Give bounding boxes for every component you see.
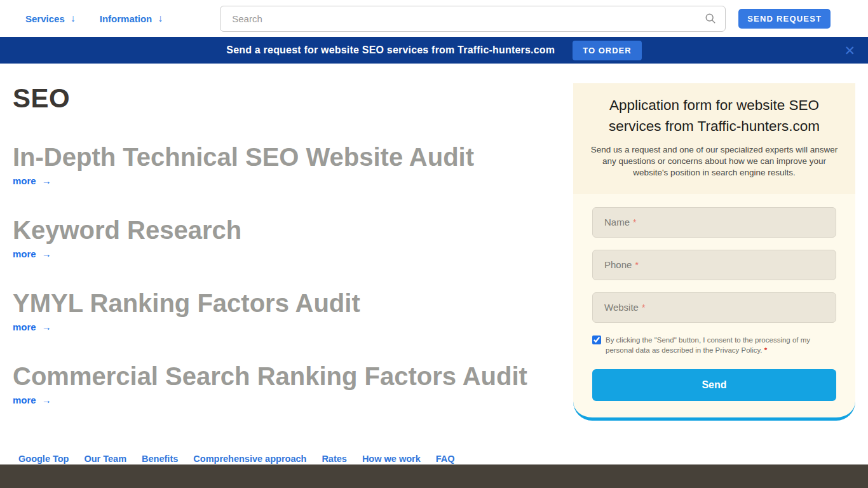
footer-bar <box>0 464 868 488</box>
service-section-technical-audit: In-Depth Technical SEO Website Audit mor… <box>13 143 573 187</box>
promo-banner: Send a request for website SEO services … <box>0 37 868 64</box>
consent-checkbox[interactable] <box>592 336 601 344</box>
bottom-link-benefits[interactable]: Benefits <box>142 454 178 464</box>
phone-field-label: Phone <box>604 259 632 270</box>
bottom-link-how-we-work[interactable]: How we work <box>362 454 421 464</box>
required-asterisk: * <box>764 346 767 354</box>
name-input[interactable]: Name * <box>592 207 836 238</box>
more-link[interactable]: more → <box>13 395 51 405</box>
required-asterisk: * <box>633 217 636 227</box>
consent-text-body: By clicking the "Send" button, I consent… <box>606 336 810 355</box>
bottom-link-faq[interactable]: FAQ <box>436 454 455 464</box>
more-link[interactable]: more → <box>13 175 51 186</box>
service-title: In-Depth Technical SEO Website Audit <box>13 143 573 171</box>
chevron-down-icon: ↓ <box>71 13 76 24</box>
required-asterisk: * <box>642 302 645 313</box>
nav-item-information[interactable]: Information ↓ <box>100 13 163 24</box>
service-section-ymyl-audit: YMYL Ranking Factors Audit more → <box>13 289 573 333</box>
arrow-right-icon: → <box>42 322 51 332</box>
service-title: Keyword Research <box>13 216 573 244</box>
promo-banner-text: Send a request for website SEO services … <box>226 44 555 56</box>
chevron-down-icon: ↓ <box>158 13 163 24</box>
website-field-label: Website <box>604 302 639 313</box>
close-icon[interactable]: ✕ <box>844 44 855 57</box>
service-title: YMYL Ranking Factors Audit <box>13 289 573 317</box>
nav-item-services-label: Services <box>25 13 65 24</box>
to-order-button[interactable]: TO ORDER <box>573 41 641 60</box>
send-button[interactable]: Send <box>592 369 836 401</box>
more-link-label: more <box>13 175 36 186</box>
search-icon <box>705 13 716 24</box>
phone-input[interactable]: Phone * <box>592 250 836 280</box>
send-request-button[interactable]: SEND REQUEST <box>738 9 831 29</box>
more-link[interactable]: more → <box>13 248 51 259</box>
top-bar: Services ↓ Information ↓ SEND REQUEST <box>0 0 868 37</box>
nav-item-services[interactable]: Services ↓ <box>25 13 76 24</box>
arrow-right-icon: → <box>42 395 51 405</box>
website-input[interactable]: Website * <box>592 292 836 323</box>
form-title: Application form for website SEO service… <box>590 95 839 137</box>
consent-row: By clicking the "Send" button, I consent… <box>592 335 836 356</box>
bottom-link-rates[interactable]: Rates <box>322 454 347 464</box>
arrow-right-icon: → <box>42 175 51 186</box>
service-title: Commercial Search Ranking Factors Audit <box>13 362 573 390</box>
bottom-link-google-top[interactable]: Google Top <box>18 454 69 464</box>
service-section-keyword-research: Keyword Research more → <box>13 216 573 260</box>
services-list: SEO In-Depth Technical SEO Website Audit… <box>13 64 573 406</box>
application-form-header: Application form for website SEO service… <box>573 83 855 194</box>
main-content: SEO In-Depth Technical SEO Website Audit… <box>0 64 868 421</box>
arrow-right-icon: → <box>42 248 51 259</box>
more-link[interactable]: more → <box>13 322 51 332</box>
bottom-nav: Google Top Our Team Benefits Comprehensi… <box>0 454 868 464</box>
page: Services ↓ Information ↓ SEND REQUEST Se… <box>0 0 868 488</box>
application-form-body: Name * Phone * Website * By clicking the… <box>573 194 855 421</box>
bottom-link-comprehensive-approach[interactable]: Comprehensive approach <box>193 454 306 464</box>
application-form: Application form for website SEO service… <box>573 83 855 421</box>
more-link-label: more <box>13 248 36 259</box>
required-asterisk: * <box>635 260 638 270</box>
search-box[interactable] <box>220 6 726 32</box>
bottom-link-our-team[interactable]: Our Team <box>84 454 126 464</box>
service-section-commercial-audit: Commercial Search Ranking Factors Audit … <box>13 362 573 406</box>
more-link-label: more <box>13 322 36 332</box>
consent-text: By clicking the "Send" button, I consent… <box>606 335 836 356</box>
more-link-label: more <box>13 395 36 405</box>
page-title: SEO <box>13 83 573 114</box>
nav-item-information-label: Information <box>100 13 153 24</box>
name-field-label: Name <box>604 217 630 227</box>
form-subtitle: Send us a request and one of our special… <box>590 144 839 178</box>
search-input[interactable] <box>232 13 705 24</box>
